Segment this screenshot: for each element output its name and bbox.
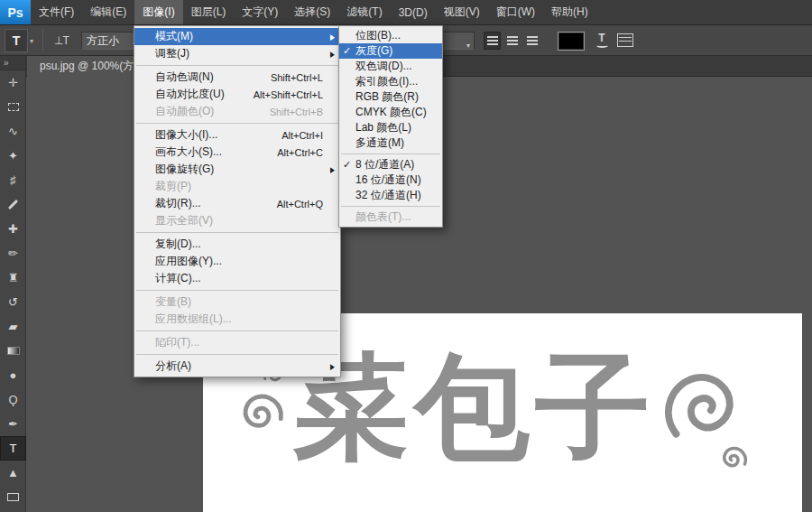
submenu-item-16-bits[interactable]: 16 位/通道(N): [339, 172, 442, 188]
rectangle-shape-icon: [7, 493, 19, 501]
menubar-item-layer[interactable]: 图层(L): [183, 0, 235, 24]
menubar-item-help[interactable]: 帮助(H): [543, 0, 596, 24]
chevron-down-icon: ▾: [466, 38, 470, 50]
align-center-icon: [507, 36, 518, 45]
menu-item-apply-data-set: 应用数据组(L)...: [134, 311, 340, 328]
checkmark-icon: ✓: [343, 45, 355, 57]
blur-tool[interactable]: ●: [0, 363, 26, 387]
rectangular-marquee-tool[interactable]: [0, 95, 26, 119]
tool-panel: » ✛ ∿ ✦ ♯ ✚ ✏ ♜ ↺ ▰ ● Ϙ ✒ T ▲: [0, 56, 26, 512]
align-left-icon: [487, 36, 498, 45]
move-tool[interactable]: ✛: [0, 70, 26, 95]
menu-bar: Ps 文件(F) 编辑(E) 图像(I) 图层(L) 文字(Y) 选择(S) 滤…: [0, 0, 812, 25]
text-align-group: [484, 32, 540, 50]
menu-item-adjustments[interactable]: 调整(J) ▶: [134, 45, 340, 62]
warp-text-button[interactable]: T: [592, 31, 612, 51]
warp-arc-icon: [596, 43, 608, 48]
menu-separator: [341, 154, 440, 154]
shape-tool[interactable]: [0, 485, 26, 509]
submenu-item-grayscale[interactable]: ✓ 灰度(G): [339, 43, 442, 59]
blur-drop-icon: ●: [10, 368, 17, 382]
menu-item-auto-color: 自动颜色(O) Shift+Ctrl+B: [134, 103, 340, 120]
dodge-icon: Ϙ: [8, 393, 17, 406]
pen-tool[interactable]: ✒: [0, 412, 26, 436]
eyedropper-tool[interactable]: [0, 192, 26, 217]
menubar-item-view[interactable]: 视图(V): [436, 0, 488, 24]
lasso-tool[interactable]: ∿: [0, 119, 26, 144]
submenu-arrow-icon: ▶: [330, 33, 335, 42]
warp-text-letter: T: [598, 33, 604, 43]
submenu-item-bitmap[interactable]: 位图(B)...: [339, 28, 442, 43]
marquee-icon: [8, 103, 19, 111]
menu-item-canvas-size[interactable]: 画布大小(S)... Alt+Ctrl+C: [134, 144, 340, 161]
text-color-swatch[interactable]: [558, 32, 585, 51]
clone-stamp-tool[interactable]: ♜: [0, 265, 26, 290]
toggle-panels-button[interactable]: [617, 33, 633, 47]
submenu-item-32-bits[interactable]: 32 位/通道(H): [339, 188, 442, 203]
submenu-arrow-icon: ▶: [330, 165, 335, 174]
tool-preset-picker[interactable]: T: [5, 29, 28, 52]
menu-separator: [136, 65, 338, 66]
submenu-item-rgb-color[interactable]: RGB 颜色(R): [339, 89, 442, 105]
submenu-item-color-table: 颜色表(T)...: [339, 209, 442, 225]
history-brush-tool[interactable]: ↺: [0, 290, 26, 314]
menubar-item-window[interactable]: 窗口(W): [488, 0, 543, 24]
submenu-item-indexed-color[interactable]: 索引颜色(I)...: [339, 74, 442, 89]
crop-tool[interactable]: ♯: [0, 168, 26, 192]
menu-item-image-size[interactable]: 图像大小(I)... Alt+Ctrl+I: [134, 126, 340, 144]
spot-healing-brush-tool[interactable]: ✚: [0, 217, 26, 241]
brush-tool[interactable]: ✏: [0, 241, 26, 265]
menubar-item-type[interactable]: 文字(Y): [234, 0, 286, 24]
menu-item-reveal-all: 显示全部(V): [134, 212, 340, 229]
eraser-tool[interactable]: ▰: [0, 314, 26, 339]
path-selection-icon: ▲: [7, 466, 19, 479]
menu-item-apply-image[interactable]: 应用图像(Y)...: [134, 253, 340, 270]
menu-item-image-rotation[interactable]: 图像旋转(G) ▶: [134, 161, 340, 178]
checkmark-icon: ✓: [343, 159, 355, 171]
menu-item-auto-contrast[interactable]: 自动对比度(U) Alt+Shift+Ctrl+L: [134, 86, 340, 103]
healing-brush-icon: ✚: [8, 222, 18, 236]
menu-item-analysis[interactable]: 分析(A) ▶: [134, 358, 340, 375]
menubar-item-select[interactable]: 选择(S): [286, 0, 338, 24]
menu-item-auto-tone[interactable]: 自动色调(N) Shift+Ctrl+L: [134, 69, 340, 86]
menu-item-variables: 变量(B): [134, 293, 340, 311]
pen-icon: ✒: [8, 417, 18, 431]
menubar-item-image[interactable]: 图像(I): [134, 0, 182, 24]
menu-item-trap: 陷印(T)...: [134, 334, 340, 351]
ornament-swirl: [650, 359, 745, 455]
ornament-swirl: [239, 387, 289, 437]
align-right-icon: [527, 36, 538, 45]
document-tab[interactable]: psu.jpg @ 100%(方: [27, 56, 147, 77]
menubar-item-3d[interactable]: 3D(D): [391, 0, 436, 24]
submenu-item-lab-color[interactable]: Lab 颜色(L): [339, 120, 442, 135]
menu-item-trim[interactable]: 裁切(R)... Alt+Ctrl+Q: [134, 195, 340, 212]
align-center-button[interactable]: [503, 32, 521, 50]
eraser-icon: ▰: [9, 320, 18, 333]
submenu-item-8-bits[interactable]: ✓ 8 位/通道(A): [339, 157, 442, 172]
clone-stamp-icon: ♜: [8, 271, 19, 284]
artwork-text: 菜包子: [293, 349, 656, 465]
collapse-panel-button[interactable]: »: [0, 56, 25, 70]
menu-item-duplicate[interactable]: 复制(D)...: [134, 236, 340, 253]
menu-item-calculations[interactable]: 计算(C)...: [134, 270, 340, 287]
text-orientation-button[interactable]: ⊥T: [51, 33, 72, 49]
magic-wand-tool[interactable]: ✦: [0, 144, 26, 168]
path-selection-tool[interactable]: ▲: [0, 461, 26, 485]
type-tool[interactable]: T: [0, 436, 26, 461]
submenu-item-multichannel[interactable]: 多通道(M): [339, 135, 442, 151]
menu-item-mode[interactable]: 模式(M) ▶: [134, 28, 340, 45]
lasso-icon: ∿: [8, 125, 18, 138]
submenu-item-duotone[interactable]: 双色调(D)...: [339, 59, 442, 74]
gradient-tool[interactable]: [0, 339, 26, 363]
menu-separator: [136, 123, 338, 124]
align-left-button[interactable]: [484, 32, 501, 50]
align-right-button[interactable]: [523, 32, 540, 50]
menubar-item-filter[interactable]: 滤镜(T): [338, 0, 390, 24]
type-icon: T: [10, 442, 17, 455]
menubar-item-edit[interactable]: 编辑(E): [82, 0, 134, 24]
menubar-item-file[interactable]: 文件(F): [31, 0, 82, 24]
menu-separator: [136, 290, 338, 291]
submenu-item-cmyk-color[interactable]: CMYK 颜色(C): [339, 105, 442, 120]
dodge-tool[interactable]: Ϙ: [0, 387, 26, 412]
gradient-icon: [7, 347, 20, 355]
